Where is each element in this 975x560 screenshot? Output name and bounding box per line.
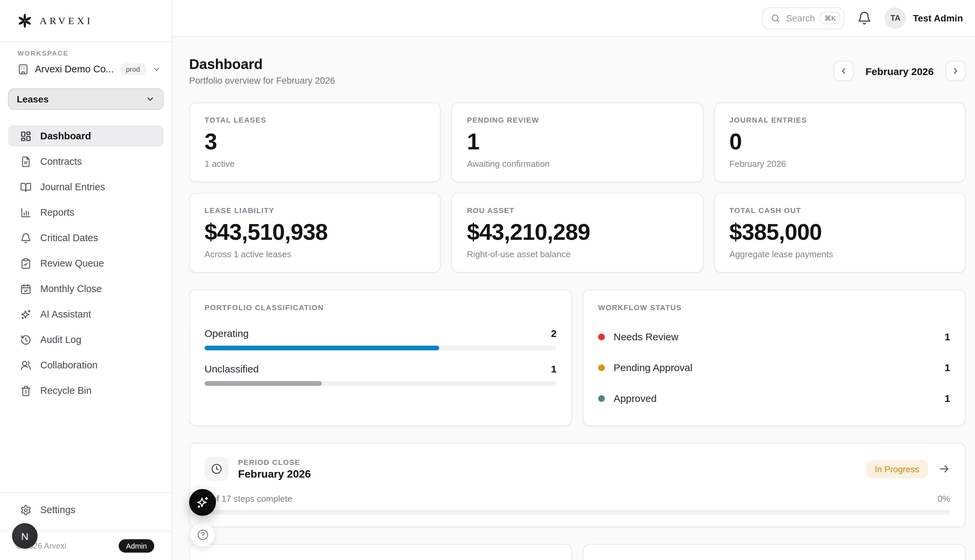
period-navigator: February 2026 bbox=[833, 61, 966, 81]
sidebar-item-reports[interactable]: Reports bbox=[8, 202, 164, 223]
workflow-row-value: 1 bbox=[945, 331, 950, 342]
upcoming-critical-dates-panel: UPCOMING CRITICAL DATES View all bbox=[189, 544, 572, 560]
stat-label: PENDING REVIEW bbox=[467, 116, 688, 124]
admin-role-badge: Admin bbox=[119, 539, 154, 552]
unclassified-bar-track bbox=[204, 381, 557, 386]
workflow-row-label: Pending Approval bbox=[614, 362, 945, 373]
workspace-switcher[interactable]: Arvexi Demo Co... prod bbox=[9, 63, 164, 75]
sidebar-item-recycle-bin[interactable]: Recycle Bin bbox=[8, 380, 164, 401]
users-icon bbox=[20, 359, 32, 371]
ai-assistant-fab[interactable] bbox=[189, 489, 216, 516]
stat-sub: Awaiting confirmation bbox=[467, 159, 688, 169]
sidebar-item-contracts[interactable]: Contracts bbox=[8, 151, 164, 172]
portfolio-title: PORTFOLIO CLASSIFICATION bbox=[204, 303, 557, 312]
workflow-status-card: WORKFLOW STATUS Needs Review 1 Pending A… bbox=[583, 289, 966, 426]
recent-activity-panel: RECENT ACTIVITY View all bbox=[583, 544, 966, 560]
period-close-label: PERIOD CLOSE bbox=[238, 458, 311, 466]
workspace-env-badge: prod bbox=[120, 63, 146, 75]
workflow-row-value: 1 bbox=[945, 362, 950, 373]
sidebar-item-dashboard[interactable]: Dashboard bbox=[8, 125, 164, 147]
workflow-row-label: Approved bbox=[614, 393, 945, 404]
module-selector[interactable]: Leases bbox=[8, 88, 164, 110]
workspace-section-label: WORKSPACE bbox=[17, 50, 172, 57]
layout-dashboard-icon bbox=[20, 130, 32, 142]
period-close-progress-track bbox=[204, 510, 950, 515]
search-placeholder: Search bbox=[786, 13, 815, 23]
stat-value: 3 bbox=[204, 130, 425, 154]
period-close-card[interactable]: PERIOD CLOSE February 2026 In Progress 0… bbox=[189, 443, 966, 527]
amber-status-dot bbox=[598, 364, 605, 371]
sidebar-footer: N © 2026 Arvexi Admin bbox=[0, 530, 172, 560]
sidebar-item-audit-log[interactable]: Audit Log bbox=[8, 329, 164, 350]
sidebar-item-label: Review Queue bbox=[40, 258, 104, 268]
sidebar-item-ai-assistant[interactable]: AI Assistant bbox=[8, 303, 164, 325]
workflow-title: WORKFLOW STATUS bbox=[598, 303, 950, 312]
stat-sub: Right-of-use asset balance bbox=[467, 249, 688, 259]
sidebar-item-critical-dates[interactable]: Critical Dates bbox=[8, 227, 164, 248]
notifications-bell-icon[interactable] bbox=[857, 11, 872, 25]
sidebar-item-label: Critical Dates bbox=[40, 232, 98, 243]
stat-value: $385,000 bbox=[729, 220, 950, 244]
workspace-name: Arvexi Demo Co... bbox=[35, 63, 114, 74]
sparkles-icon bbox=[20, 308, 32, 320]
operating-bar-fill bbox=[204, 346, 439, 350]
arrow-right-icon[interactable] bbox=[938, 463, 950, 475]
calendar-check-icon bbox=[20, 283, 32, 294]
user-avatar: TA bbox=[885, 7, 906, 29]
notification-avatar[interactable]: N bbox=[12, 523, 38, 548]
sparkles-icon bbox=[196, 496, 209, 509]
chevron-down-icon bbox=[152, 65, 161, 73]
period-close-period: February 2026 bbox=[238, 468, 311, 480]
search-icon bbox=[771, 13, 781, 23]
main-area: Search ⌘K TA Test Admin Dashboard Portfo… bbox=[172, 0, 975, 560]
module-selector-value: Leases bbox=[17, 94, 48, 105]
stat-card-pending-review: PENDING REVIEW 1 Awaiting confirmation bbox=[452, 102, 703, 182]
sidebar-item-review-queue[interactable]: Review Queue bbox=[8, 253, 164, 274]
bar-chart-icon bbox=[20, 207, 32, 218]
stat-card-total-leases: TOTAL LEASES 3 1 active bbox=[189, 102, 441, 182]
red-status-dot bbox=[598, 333, 605, 340]
sidebar-item-label: Collaboration bbox=[40, 360, 97, 370]
search-shortcut-kbd: ⌘K bbox=[820, 12, 840, 24]
sidebar-item-collaboration[interactable]: Collaboration bbox=[8, 354, 164, 376]
help-button[interactable] bbox=[191, 522, 214, 547]
clock-icon bbox=[204, 457, 229, 481]
building-icon bbox=[17, 63, 29, 75]
stat-card-rou-asset: ROU ASSET $43,210,289 Right-of-use asset… bbox=[452, 193, 703, 273]
trash-icon bbox=[20, 385, 32, 396]
stat-sub: 1 active bbox=[204, 159, 425, 169]
search-input[interactable]: Search ⌘K bbox=[763, 7, 845, 29]
asterisk-logo-icon bbox=[17, 13, 32, 28]
page-subtitle: Portfolio overview for February 2026 bbox=[189, 76, 335, 86]
user-menu[interactable]: TA Test Admin bbox=[885, 7, 963, 29]
sidebar-item-journal-entries[interactable]: Journal Entries bbox=[8, 176, 164, 198]
bell-icon bbox=[20, 232, 32, 243]
workflow-row-value: 1 bbox=[945, 393, 950, 404]
history-icon bbox=[20, 334, 32, 345]
stat-value: 0 bbox=[729, 130, 950, 154]
green-status-dot bbox=[598, 395, 605, 402]
previous-month-button[interactable] bbox=[833, 61, 854, 81]
page-title: Dashboard bbox=[189, 56, 335, 72]
brand-name: ARVEXI bbox=[40, 15, 93, 27]
gear-icon bbox=[20, 504, 32, 515]
sidebar-item-label: AI Assistant bbox=[40, 309, 91, 320]
sidebar-item-label: Settings bbox=[40, 504, 75, 515]
next-month-button[interactable] bbox=[945, 61, 966, 81]
stat-label: TOTAL LEASES bbox=[204, 116, 425, 124]
sidebar-item-label: Audit Log bbox=[40, 334, 82, 345]
period-label: February 2026 bbox=[854, 65, 945, 77]
app-root: ARVEXI WORKSPACE Arvexi Demo Co... prod … bbox=[0, 0, 975, 560]
portfolio-classification-card: PORTFOLIO CLASSIFICATION Operating 2 Unc… bbox=[189, 289, 572, 426]
sidebar-item-label: Recycle Bin bbox=[40, 385, 92, 396]
sidebar-item-label: Monthly Close bbox=[40, 283, 102, 294]
sidebar-item-settings[interactable]: Settings bbox=[8, 499, 164, 520]
sidebar-item-monthly-close[interactable]: Monthly Close bbox=[8, 278, 164, 300]
stat-value: 1 bbox=[467, 130, 688, 154]
stat-label: JOURNAL ENTRIES bbox=[729, 116, 950, 124]
stat-value: $43,510,938 bbox=[204, 220, 425, 244]
chevron-down-icon bbox=[145, 95, 155, 104]
sidebar: ARVEXI WORKSPACE Arvexi Demo Co... prod … bbox=[0, 0, 172, 560]
sidebar-item-label: Contracts bbox=[40, 156, 82, 167]
stat-label: TOTAL CASH OUT bbox=[729, 206, 950, 214]
